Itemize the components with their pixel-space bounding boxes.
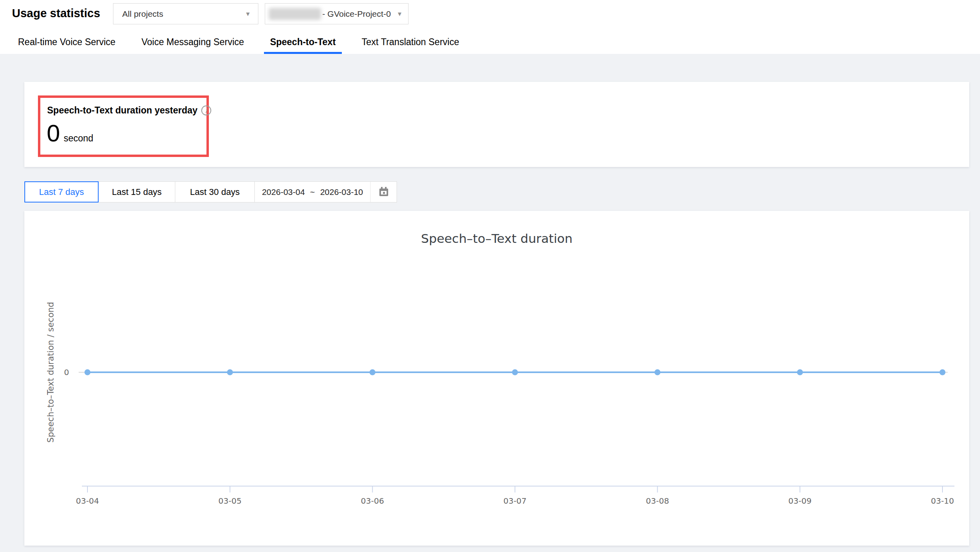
y-axis-title: Speech–to–Text duration / second bbox=[46, 302, 56, 443]
data-point[interactable] bbox=[369, 369, 375, 375]
info-circle-icon[interactable]: i bbox=[201, 105, 211, 115]
data-point[interactable] bbox=[227, 369, 233, 375]
chevron-down-icon: ▼ bbox=[397, 10, 403, 17]
page-title: Usage statistics bbox=[12, 7, 100, 20]
date-range-text: 2026-03-04 ~ 2026-03-10 bbox=[255, 182, 370, 202]
x-axis-label: 03-07 bbox=[503, 496, 526, 506]
yesterday-stat-card: Speech-to-Text duration yesterday i 0 se… bbox=[24, 82, 969, 167]
data-point[interactable] bbox=[655, 369, 661, 375]
data-point[interactable] bbox=[797, 369, 803, 375]
stat-value: 0 bbox=[47, 120, 60, 147]
last-30-days-button[interactable]: Last 30 days bbox=[175, 181, 255, 203]
stat-unit: second bbox=[63, 133, 93, 144]
y-axis-label-zero: 0 bbox=[64, 367, 69, 377]
range-controls: Last 7 days Last 15 days Last 30 days 20… bbox=[24, 181, 397, 203]
date-range-picker[interactable]: 2026-03-04 ~ 2026-03-10 bbox=[254, 181, 397, 203]
date-separator: ~ bbox=[310, 187, 315, 197]
tab-text-translation-service[interactable]: Text Translation Service bbox=[356, 32, 465, 54]
data-point[interactable] bbox=[512, 369, 518, 375]
project-filter-dropdown[interactable]: All projects ▼ bbox=[113, 3, 258, 24]
tab-real-time-voice-service[interactable]: Real-time Voice Service bbox=[12, 32, 121, 54]
date-end: 2026-03-10 bbox=[320, 187, 363, 197]
app-selector-dropdown[interactable]: - GVoice-Project-0 ▼ bbox=[265, 3, 409, 24]
stat-title-row: Speech-to-Text duration yesterday i bbox=[47, 105, 211, 116]
project-filter-value: All projects bbox=[122, 9, 163, 19]
tab-voice-messaging-service[interactable]: Voice Messaging Service bbox=[135, 32, 250, 54]
x-axis-label: 03-05 bbox=[218, 496, 242, 506]
last-7-days-button[interactable]: Last 7 days bbox=[24, 181, 99, 203]
x-axis-label: 03-04 bbox=[76, 496, 99, 506]
masked-app-id bbox=[269, 8, 321, 20]
usage-statistics-page: Usage statistics All projects ▼ - GVoice… bbox=[0, 0, 980, 552]
stat-title: Speech-to-Text duration yesterday bbox=[47, 105, 198, 116]
date-start: 2026-03-04 bbox=[262, 187, 305, 197]
app-selector-value: - GVoice-Project-0 bbox=[322, 9, 397, 19]
stat-value-row: 0 second bbox=[47, 120, 93, 147]
last-15-days-button[interactable]: Last 15 days bbox=[98, 181, 175, 203]
calendar-icon bbox=[377, 186, 390, 199]
x-axis-label: 03-10 bbox=[931, 496, 954, 506]
usage-chart-card: Speech–to–Text duration 03-0403-0503-060… bbox=[24, 211, 969, 546]
tab-speech-to-text[interactable]: Speech-to-Text bbox=[264, 32, 341, 54]
service-tabs: Real-time Voice Service Voice Messaging … bbox=[12, 32, 465, 54]
chevron-down-icon: ▼ bbox=[245, 10, 251, 17]
data-point[interactable] bbox=[85, 369, 91, 375]
x-axis-label: 03-09 bbox=[788, 496, 811, 506]
x-axis-label: 03-08 bbox=[646, 496, 669, 506]
speech-to-text-duration-line-chart[interactable]: 03-0403-0503-0603-0703-0803-0903-100Spee… bbox=[24, 211, 969, 546]
x-axis-label: 03-06 bbox=[361, 496, 384, 506]
data-point[interactable] bbox=[940, 369, 946, 375]
calendar-icon-button[interactable] bbox=[370, 182, 397, 202]
